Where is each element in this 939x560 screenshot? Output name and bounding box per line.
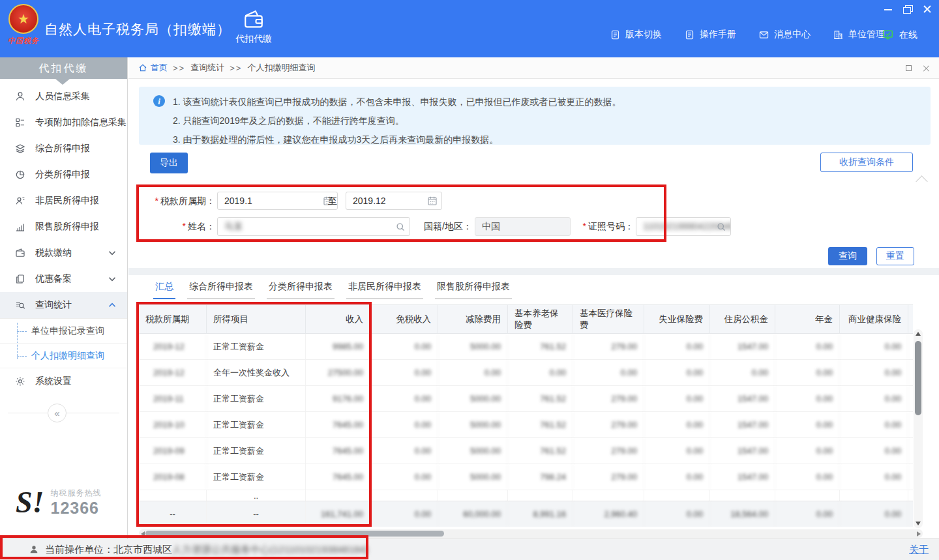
tab-summary[interactable]: 汇总 xyxy=(153,280,175,299)
scroll-down-arrow[interactable] xyxy=(916,522,921,525)
table-body: 2019-12正常工资薪金9985.000.005000.00761.52279… xyxy=(139,334,913,527)
table-row[interactable]: 2019-10正常工资薪金7645.000.005000.00761.52279… xyxy=(139,412,913,438)
hotline-glyph: S! xyxy=(16,488,44,518)
sidebar-subitem-unit-declaration-query[interactable]: 单位申报记录查询 xyxy=(0,319,127,344)
notice-panel: i 1. 该查询统计表仅能查询已申报成功的数据，不包含未申报、申报失败，已申报但… xyxy=(139,87,931,145)
sidebar-submenu: 单位申报记录查询 个人扣缴明细查询 xyxy=(0,318,127,368)
table-cell xyxy=(840,490,908,501)
table-cell: 2019-12 xyxy=(139,334,207,359)
sidebar-item-label: 查询统计 xyxy=(35,299,72,311)
period-from-input[interactable]: 2019.1 xyxy=(217,192,338,210)
tab-restricted-stock[interactable]: 限售股所得申报表 xyxy=(435,280,512,299)
table-cell: 0.00 xyxy=(775,438,840,464)
module-tab-withholding[interactable]: 代扣代缴 xyxy=(226,7,281,53)
column-header: 基本医疗保险费 xyxy=(573,305,644,333)
tab-comprehensive-income[interactable]: 综合所得申报表 xyxy=(187,280,255,299)
document-icon xyxy=(684,29,695,40)
query-button[interactable]: 查询 xyxy=(828,247,867,265)
table-cell: 279.00 xyxy=(573,438,644,464)
table-cell: 0.00 xyxy=(775,501,840,527)
bar-chart-icon xyxy=(14,221,26,233)
table-cell: 161,741.00 xyxy=(306,501,370,527)
table-cell xyxy=(573,490,644,501)
module-tab-label: 代扣代缴 xyxy=(226,33,281,45)
breadcrumb-home[interactable]: 首页 xyxy=(138,62,168,74)
sidebar-item-query-statistics[interactable]: 查询统计 xyxy=(0,292,127,318)
tree-dash xyxy=(17,331,27,332)
window-controls xyxy=(883,3,932,15)
sidebar-item-label: 分类所得申报 xyxy=(35,169,90,181)
sidebar-item-label: 系统设置 xyxy=(35,376,72,387)
panel-divider xyxy=(128,268,939,275)
version-switch-label: 版本切换 xyxy=(625,29,662,40)
wallet-icon xyxy=(243,8,265,29)
table-cell xyxy=(508,490,573,501)
table-row-clipped[interactable]: .. xyxy=(139,490,913,501)
search-list-icon xyxy=(14,299,26,311)
reset-button[interactable]: 重置 xyxy=(876,247,914,265)
message-center-link[interactable]: 消息中心 xyxy=(758,29,811,40)
window-close-button[interactable] xyxy=(922,5,932,14)
table-cell: 7645.00 xyxy=(306,438,370,464)
column-header: 商业健康保险 xyxy=(840,305,908,333)
table-cell: 正常工资薪金 xyxy=(207,412,306,437)
panel-maximize-button[interactable] xyxy=(906,65,912,71)
sidebar-item-preferential-filing[interactable]: 优惠备案 xyxy=(0,266,127,292)
column-header: 住房公积金 xyxy=(710,305,775,333)
panel-controls xyxy=(906,57,931,79)
window-restore-button[interactable] xyxy=(902,5,913,14)
vertical-scrollbar[interactable] xyxy=(914,329,923,528)
scroll-right-arrow[interactable] xyxy=(917,531,921,537)
search-icon[interactable] xyxy=(715,221,727,233)
table-cell: 0.00 xyxy=(573,360,644,385)
sidebar-item-personnel-info[interactable]: 人员信息采集 xyxy=(0,83,127,110)
sidebar-item-special-deduction[interactable]: 专项附加扣除信息采集 xyxy=(0,110,127,136)
sidebar-item-restricted-stock[interactable]: 限售股所得申报 xyxy=(0,214,127,240)
sidebar-item-nonresident-income[interactable]: 非居民所得申报 xyxy=(0,188,127,214)
id-number-input[interactable]: 110102199904220846 xyxy=(636,217,731,236)
column-header: 收入 xyxy=(306,305,370,333)
required-mark: * xyxy=(583,221,586,231)
period-to-input[interactable]: 2019.12 xyxy=(346,192,442,210)
table-row[interactable]: 2019-11正常工资薪金9176.000.005000.00761.52279… xyxy=(139,386,913,412)
column-header: 税款所属期 xyxy=(139,305,207,333)
scroll-up-arrow[interactable] xyxy=(916,332,921,336)
sidebar-subitem-personal-withholding-query[interactable]: 个人扣缴明细查询 xyxy=(0,344,127,368)
scroll-left-arrow[interactable] xyxy=(141,531,145,537)
wallet-icon xyxy=(14,247,26,259)
breadcrumb-separator: >> xyxy=(230,63,242,73)
required-mark: * xyxy=(183,221,186,231)
table-row[interactable]: 2019-12全年一次性奖金收入27500.000.000.000.000.00… xyxy=(139,360,913,386)
name-input[interactable]: 马某 xyxy=(217,217,410,236)
person-icon xyxy=(14,91,26,102)
table-cell: 0.00 xyxy=(908,501,913,527)
panel-close-button[interactable] xyxy=(923,65,931,72)
vertical-scroll-thumb[interactable] xyxy=(915,341,921,415)
window-minimize-button[interactable] xyxy=(883,5,893,14)
sidebar-item-comprehensive-income[interactable]: 综合所得申报 xyxy=(0,136,127,162)
table-row[interactable]: 2019-12正常工资薪金9985.000.005000.00761.52279… xyxy=(139,334,913,360)
table-cell xyxy=(775,490,840,501)
calendar-icon[interactable] xyxy=(426,195,438,207)
about-link[interactable]: 关于 xyxy=(909,544,929,556)
tab-nonresident-income[interactable]: 非居民所得申报表 xyxy=(346,280,423,299)
horizontal-scroll-thumb[interactable] xyxy=(145,531,444,537)
column-header: 基本养老保险费 xyxy=(508,305,573,333)
export-button[interactable]: 导出 xyxy=(150,153,188,173)
table-row[interactable]: 2019-09正常工资薪金7645.000.005000.00761.52279… xyxy=(139,438,913,464)
tab-classified-income[interactable]: 分类所得申报表 xyxy=(267,280,335,299)
emblem-script-text: 中国税务 xyxy=(7,36,40,46)
sidebar-item-tax-payment[interactable]: 税款缴纳 xyxy=(0,240,127,266)
sidebar-item-classified-income[interactable]: 分类所得申报 xyxy=(0,162,127,188)
sidebar-collapse-button[interactable]: « xyxy=(48,404,67,422)
table-cell: 0.00 xyxy=(840,412,908,437)
table-cell: 正常工资薪金 xyxy=(207,386,306,411)
sidebar-item-system-settings[interactable]: 系统设置 xyxy=(0,368,127,394)
table-row[interactable]: 2019-08正常工资薪金7645.000.005000.00798.24279… xyxy=(139,464,913,490)
search-icon[interactable] xyxy=(395,221,406,233)
horizontal-scrollbar[interactable] xyxy=(139,529,923,538)
unit-management-link[interactable]: 单位管理 xyxy=(833,29,885,40)
collapse-query-conditions-button[interactable]: 收折查询条件 xyxy=(820,153,913,172)
manual-link[interactable]: 操作手册 xyxy=(684,29,736,40)
version-switch-link[interactable]: 版本切换 xyxy=(610,29,662,40)
